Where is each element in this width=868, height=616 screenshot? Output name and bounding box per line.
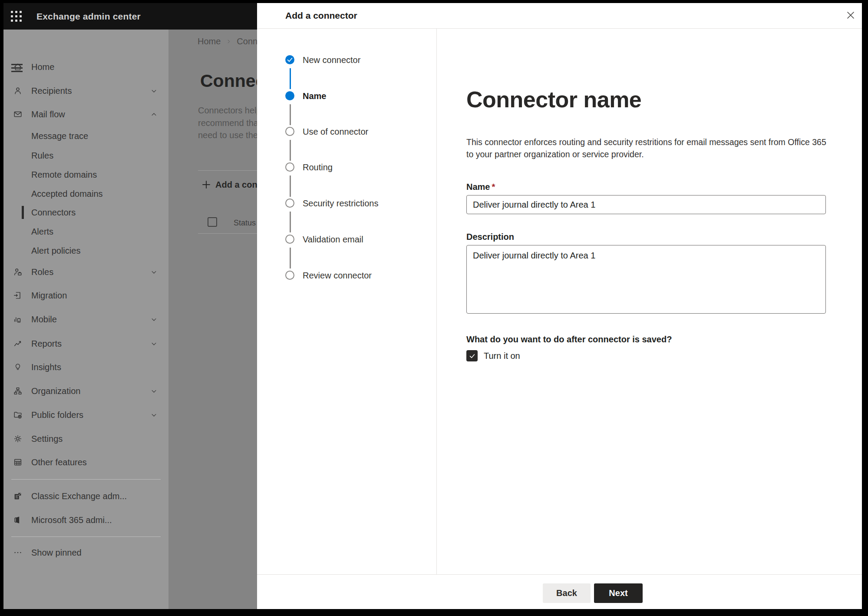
chevron-down-icon (151, 269, 157, 275)
step-circle-use-of-connector[interactable] (285, 127, 294, 136)
sidebar-item-show-pinned[interactable]: Show pinned (3, 546, 168, 560)
sidebar-item-alerts[interactable]: Alerts (3, 225, 168, 238)
step-label-validation-email[interactable]: Validation email (303, 233, 363, 245)
sidebar: Home Recipients Mail flow Message trace … (3, 30, 168, 609)
sidebar-item-settings[interactable]: Settings (3, 432, 168, 446)
dialog-title: Add a connector (285, 10, 357, 21)
step-label-review-connector[interactable]: Review connector (303, 269, 372, 282)
page-intro-text: Connectors help recommend tha need to us… (198, 104, 261, 142)
dialog-footer-divider (257, 574, 862, 575)
page-arrow-icon (13, 291, 23, 300)
breadcrumb-home-link[interactable]: Home (198, 36, 221, 46)
sidebar-item-roles[interactable]: Roles (3, 265, 168, 279)
lightbulb-icon (13, 362, 23, 372)
sidebar-item-connectors[interactable]: Connectors (3, 205, 168, 219)
chevron-down-icon (151, 388, 157, 394)
sidebar-divider (11, 479, 161, 480)
chevron-up-icon (151, 111, 157, 118)
name-input[interactable] (466, 195, 826, 214)
close-icon[interactable] (844, 9, 857, 22)
chevron-down-icon (151, 341, 157, 347)
sidebar-item-recipients[interactable]: Recipients (3, 84, 168, 98)
status-column-header: Status (234, 219, 256, 228)
step-connector-line (290, 104, 291, 125)
step-connector-line (290, 176, 291, 197)
sidebar-item-message-trace[interactable]: Message trace (3, 129, 168, 143)
sidebar-item-accepted-domains[interactable]: Accepted domains (3, 187, 168, 201)
home-icon (13, 62, 23, 72)
step-connector-line (290, 68, 291, 89)
gear-icon (13, 434, 23, 444)
turn-it-on-label: Turn it on (484, 351, 520, 361)
wizard-content-divider (436, 29, 437, 574)
sidebar-item-insights[interactable]: Insights (3, 360, 168, 374)
chevron-down-icon (151, 412, 157, 418)
add-connector-dialog: Add a connector New connector Name Use o… (257, 3, 862, 609)
app-screen: Exchange admin center Home Recipients Ma… (3, 3, 862, 609)
sidebar-item-alert-policies[interactable]: Alert policies (3, 244, 168, 258)
sidebar-item-classic-exchange[interactable]: Classic Exchange adm... (3, 489, 168, 503)
step-heading: Connector name (466, 86, 641, 113)
next-button[interactable]: Next (594, 583, 643, 603)
folder-globe-icon (13, 410, 23, 420)
table-grid-icon (13, 457, 23, 467)
person-icon (13, 86, 23, 96)
sidebar-item-reports[interactable]: Reports (3, 337, 168, 351)
check-icon (286, 56, 294, 63)
after-save-question: What do you want to do after connector i… (466, 334, 672, 344)
sidebar-item-migration[interactable]: Migration (3, 288, 168, 302)
chevron-down-icon (151, 88, 157, 94)
sidebar-item-remote-domains[interactable]: Remote domains (3, 168, 168, 182)
waffle-menu-icon[interactable] (11, 11, 22, 22)
step-connector-line (290, 248, 291, 268)
turn-it-on-row: Turn it on (466, 350, 520, 361)
sidebar-item-other-features[interactable]: Other features (3, 455, 168, 469)
description-textarea[interactable]: Deliver journal directly to Area 1 (466, 245, 826, 314)
select-all-checkbox[interactable] (208, 217, 217, 227)
step-label-new-connector[interactable]: New connector (303, 54, 360, 66)
sidebar-divider (11, 537, 161, 537)
sidebar-item-public-folders[interactable]: Public folders (3, 408, 168, 422)
sidebar-item-organization[interactable]: Organization (3, 384, 168, 398)
step-label-name[interactable]: Name (303, 90, 326, 102)
step-circle-new-connector[interactable] (285, 55, 294, 64)
org-tree-icon (13, 386, 23, 396)
person-briefcase-icon (13, 267, 23, 277)
ellipsis-icon (13, 548, 23, 557)
back-button[interactable]: Back (543, 583, 591, 603)
sidebar-item-mail-flow[interactable]: Mail flow (3, 107, 168, 121)
check-icon (469, 352, 476, 360)
required-asterisk: * (492, 182, 495, 192)
step-circle-routing[interactable] (285, 162, 294, 172)
sidebar-item-microsoft-365[interactable]: Microsoft 365 admi... (3, 513, 168, 527)
step-label-routing[interactable]: Routing (303, 161, 333, 173)
sidebar-item-mobile[interactable]: Mobile (3, 312, 168, 326)
app-title: Exchange admin center (36, 3, 141, 30)
description-field-label: Description (466, 232, 514, 242)
step-connector-line (290, 140, 291, 161)
step-circle-validation-email[interactable] (285, 235, 294, 244)
line-chart-icon (13, 339, 23, 348)
name-field-label: Name* (466, 182, 495, 192)
page-title: Connec (200, 71, 265, 91)
sidebar-item-home[interactable]: Home (3, 60, 168, 74)
office-logo-icon (13, 515, 23, 525)
chart-phone-icon (13, 315, 23, 324)
plus-icon (201, 179, 212, 190)
breadcrumb: Home Conne (198, 36, 262, 46)
breadcrumb-chevron-icon (226, 36, 231, 46)
step-label-security-restrictions[interactable]: Security restrictions (303, 197, 379, 209)
dialog-header-divider (257, 28, 862, 29)
step-connector-line (290, 212, 291, 232)
add-connector-button[interactable]: Add a conn (201, 178, 263, 191)
mail-icon (13, 109, 23, 119)
sidebar-item-rules[interactable]: Rules (3, 149, 168, 162)
turn-it-on-checkbox[interactable] (466, 350, 478, 361)
step-circle-security-restrictions[interactable] (285, 199, 294, 208)
step-circle-name[interactable] (285, 91, 294, 100)
toolbar-divider (198, 170, 257, 171)
step-label-use-of-connector[interactable]: Use of connector (303, 126, 368, 138)
step-circle-review-connector[interactable] (285, 271, 294, 280)
step-description: This connector enforces routing and secu… (466, 136, 826, 160)
exchange-logo-icon (13, 491, 23, 501)
